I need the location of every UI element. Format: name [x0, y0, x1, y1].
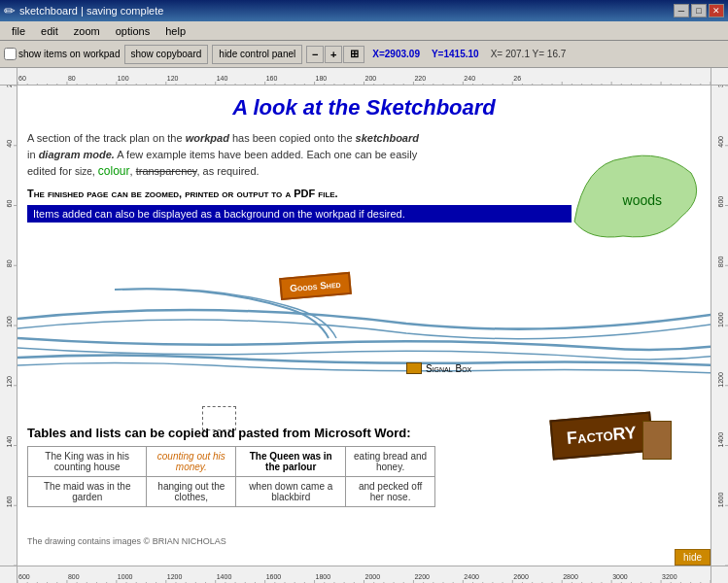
signal-box-icon: [406, 362, 422, 374]
track-lines: [17, 260, 711, 387]
table-cell: and pecked off her nose.: [346, 477, 435, 507]
close-button[interactable]: ✕: [709, 4, 724, 17]
table-cell: when down came a blackbird: [236, 477, 346, 507]
menu-file[interactable]: file: [4, 23, 33, 39]
outer-wrapper: woods A look at the Sketchboard A sectio…: [0, 68, 728, 583]
table-cell: The King was in his counting house: [28, 447, 147, 477]
left-ruler: [0, 86, 17, 566]
bottom-ruler-row: [0, 566, 728, 583]
intro-text: A section of the track plan on the workp…: [27, 130, 572, 180]
title-bar: ✏ sketchboard | saving complete ─ □ ✕: [0, 0, 728, 21]
zoom-plus-button[interactable]: +: [325, 46, 342, 63]
table-cell: eating bread and honey.: [346, 447, 435, 477]
zoom-minus-button[interactable]: −: [306, 46, 324, 63]
table-row: The maid was in the garden hanging out t…: [28, 477, 435, 507]
copyright-text: The drawing contains images © BRIAN NICH…: [27, 536, 226, 546]
menu-bar: file edit zoom options help: [0, 21, 728, 41]
hide-panel-button[interactable]: hide control panel: [212, 45, 302, 64]
menu-help[interactable]: help: [157, 23, 193, 39]
sketchboard-title: A look at the Sketchboard: [27, 95, 701, 120]
maximize-button[interactable]: □: [691, 4, 707, 17]
zoom-fit-button[interactable]: ⊞: [343, 46, 364, 63]
y-coordinate: Y=1415.10: [432, 49, 479, 59]
app-icon: ✏: [4, 3, 16, 18]
right-ruler: [711, 86, 728, 566]
table-cell: The Queen was in the parlour: [236, 447, 346, 477]
top-ruler-canvas: [17, 68, 711, 86]
zoom-controls: − + ⊞: [306, 46, 364, 63]
show-items-checkbox[interactable]: show items on workpad: [4, 48, 121, 60]
table-heading: Tables and lists can be copied and paste…: [27, 426, 494, 440]
show-copyboard-button[interactable]: show copyboard: [124, 45, 209, 64]
right-ruler-canvas: [711, 86, 728, 566]
menu-options[interactable]: options: [108, 23, 157, 39]
factory-label: FactoRY: [549, 412, 653, 461]
x-coordinate: X=2903.09: [372, 49, 420, 59]
table-section: Tables and lists can be copied and paste…: [27, 426, 494, 507]
bottom-ruler: [17, 566, 711, 583]
middle-row: woods A look at the Sketchboard A sectio…: [0, 86, 728, 566]
top-ruler-row: [0, 68, 728, 86]
highlight-box: Items added can also be displayed as a b…: [27, 205, 572, 223]
minimize-button[interactable]: ─: [674, 4, 689, 17]
factory-annex: [642, 421, 672, 460]
bold-heading: The finished page can be zoomed, printed…: [27, 188, 701, 199]
top-ruler: [17, 68, 711, 86]
bottom-ruler-canvas: [17, 566, 711, 583]
title-text: sketchboard | saving complete: [19, 5, 674, 17]
left-ruler-canvas: [0, 86, 17, 566]
table-cell: counting out his money.: [147, 447, 236, 477]
toolbar: show items on workpad show copyboard hid…: [0, 41, 728, 68]
signal-box: Signal Box: [406, 362, 471, 374]
hide-button[interactable]: hide: [675, 549, 711, 566]
menu-zoom[interactable]: zoom: [66, 23, 108, 39]
menu-edit[interactable]: edit: [33, 23, 66, 39]
extra-coords: X= 207.1 Y= 16.7: [491, 49, 567, 59]
word-table: The King was in his counting house count…: [27, 446, 435, 507]
signal-box-label: Signal Box: [426, 363, 471, 374]
factory-container: FactoRY: [551, 416, 652, 456]
table-row: The King was in his counting house count…: [28, 447, 435, 477]
canvas-area[interactable]: woods A look at the Sketchboard A sectio…: [17, 86, 711, 566]
table-cell: hanging out the clothes,: [147, 477, 236, 507]
table-cell: The maid was in the garden: [28, 477, 147, 507]
